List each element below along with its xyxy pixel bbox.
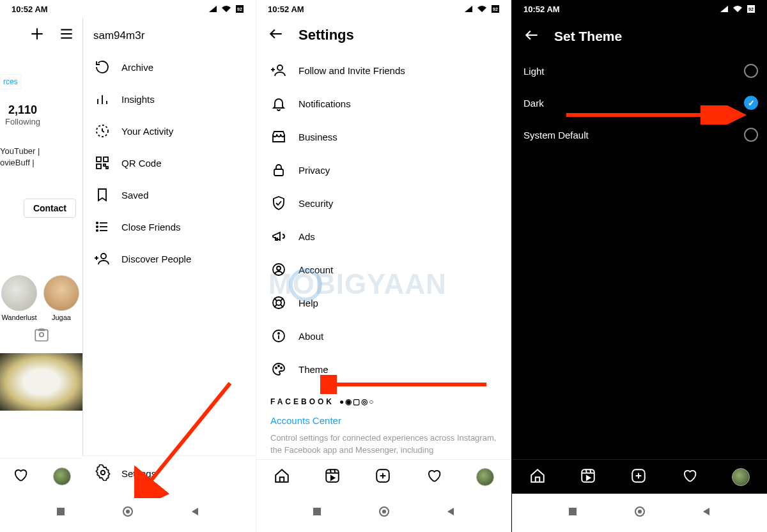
nav-back-icon[interactable] <box>445 506 456 519</box>
menu-archive[interactable]: Archive <box>92 51 247 83</box>
item-label: Ads <box>298 231 315 242</box>
menu-label: Discover People <box>121 254 191 264</box>
menu-qr[interactable]: QR Code <box>92 147 247 179</box>
menu-saved[interactable]: Saved <box>92 179 247 211</box>
nav-recents-icon[interactable] <box>56 506 66 519</box>
panel-profile-menu: 10:52 AM 92 rces 0 ers <box>0 0 256 532</box>
avatar[interactable] <box>732 468 750 486</box>
item-label: Business <box>298 132 337 142</box>
battery-icon: 92 <box>235 4 244 13</box>
menu-label: Archive <box>121 62 153 73</box>
following-label: Following <box>5 117 40 126</box>
nav-back-icon[interactable] <box>701 506 711 519</box>
feed-thumbnail[interactable] <box>0 353 83 411</box>
item-label: Account <box>298 264 333 275</box>
back-icon[interactable] <box>523 27 540 46</box>
radio-unselected-icon <box>744 64 758 78</box>
heart-icon[interactable] <box>426 467 442 487</box>
svg-line-57 <box>334 469 335 473</box>
back-icon[interactable] <box>268 26 284 45</box>
svg-point-22 <box>97 226 98 227</box>
status-time: 10:52 AM <box>12 4 48 14</box>
settings-label: Settings <box>121 468 156 479</box>
add-icon[interactable] <box>375 467 391 487</box>
following-count[interactable]: 2,110 <box>5 103 40 117</box>
nav-home-icon[interactable] <box>378 505 391 521</box>
settings-ads[interactable]: Ads <box>268 220 511 253</box>
svg-point-24 <box>101 254 106 259</box>
heart-icon[interactable] <box>12 467 29 486</box>
settings-privacy[interactable]: Privacy <box>268 153 511 186</box>
settings-button[interactable]: Settings <box>82 455 256 491</box>
cut-label: rces <box>0 74 21 89</box>
storefront-icon <box>270 129 287 144</box>
theme-label: Dark <box>523 98 544 109</box>
menu-label: QR Code <box>121 158 162 169</box>
svg-rect-54 <box>326 469 339 482</box>
signal-icon <box>208 5 217 13</box>
settings-header: Settings <box>256 18 511 50</box>
menu-close-friends[interactable]: Close Friends <box>92 211 247 243</box>
svg-point-42 <box>276 300 281 305</box>
heart-icon[interactable] <box>681 467 698 487</box>
menu-discover[interactable]: Discover People <box>92 243 247 275</box>
svg-rect-17 <box>106 167 108 169</box>
svg-point-27 <box>101 471 105 475</box>
nav-back-icon[interactable] <box>190 506 200 519</box>
settings-notifications[interactable]: Notifications <box>268 87 511 120</box>
theme-header: Set Theme <box>512 18 767 50</box>
story-label: Jugaa <box>52 314 71 321</box>
svg-rect-75 <box>569 508 577 515</box>
theme-label: Light <box>523 66 545 77</box>
add-post-icon[interactable] <box>29 26 45 42</box>
facebook-brand: FACEBOOK ●◉▢◎○ <box>270 397 509 406</box>
lifebuoy-icon <box>270 295 287 310</box>
battery-icon: 92 <box>491 4 500 13</box>
wifi-icon <box>732 5 743 13</box>
settings-security[interactable]: Security <box>268 186 511 220</box>
reels-icon[interactable] <box>324 467 341 487</box>
avatar[interactable] <box>53 467 71 485</box>
svg-point-49 <box>278 333 279 334</box>
svg-point-63 <box>382 510 386 513</box>
story-highlight[interactable]: Wanderlust <box>1 275 37 321</box>
menu-activity[interactable]: Your Activity <box>92 115 247 147</box>
item-label: Follow and Invite Friends <box>298 65 405 76</box>
home-icon[interactable] <box>274 467 290 487</box>
theme-title: Set Theme <box>554 29 622 44</box>
nav-recents-icon[interactable] <box>312 506 322 519</box>
android-nav <box>256 494 511 532</box>
person-add-icon <box>270 63 287 78</box>
settings-theme[interactable]: Theme <box>268 353 511 386</box>
contact-button[interactable]: Contact <box>24 199 76 218</box>
settings-business[interactable]: Business <box>268 120 511 153</box>
settings-help[interactable]: Help <box>268 286 511 319</box>
story-highlight[interactable]: Jugaa <box>43 275 79 321</box>
nav-recents-icon[interactable] <box>568 506 578 519</box>
instagram-nav <box>256 459 511 494</box>
nav-home-icon[interactable] <box>633 505 646 521</box>
home-icon[interactable] <box>529 467 546 487</box>
tagged-tab-icon[interactable] <box>0 326 82 346</box>
svg-point-35 <box>277 65 283 70</box>
theme-option-system[interactable]: System Default <box>523 119 758 151</box>
instagram-nav <box>512 459 767 494</box>
hamburger-icon[interactable] <box>58 26 75 42</box>
settings-account[interactable]: Account <box>268 253 511 286</box>
settings-about[interactable]: About <box>268 319 511 353</box>
nav-home-icon[interactable] <box>121 505 134 521</box>
avatar[interactable] <box>476 468 494 486</box>
add-icon[interactable] <box>630 467 647 487</box>
svg-point-51 <box>278 365 279 367</box>
gear-icon <box>95 464 111 483</box>
panel-set-theme: 10:52 AM 92 Set Theme Light Dark System … <box>511 0 767 532</box>
theme-option-dark[interactable]: Dark <box>523 87 758 119</box>
item-label: Help <box>298 298 318 308</box>
accounts-center-link[interactable]: Accounts Center <box>270 415 509 426</box>
theme-option-light[interactable]: Light <box>523 55 758 87</box>
settings-follow[interactable]: Follow and Invite Friends <box>268 54 511 87</box>
menu-insights[interactable]: Insights <box>92 83 247 115</box>
qr-icon <box>95 155 110 171</box>
svg-point-8 <box>39 333 43 337</box>
reels-icon[interactable] <box>580 467 596 487</box>
